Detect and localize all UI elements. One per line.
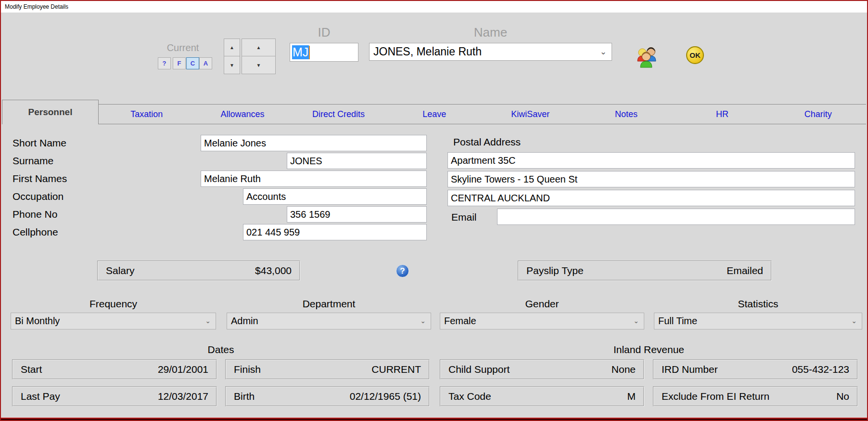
birth-label: Birth	[234, 391, 255, 402]
tab-allowances[interactable]: Allowances	[194, 105, 290, 124]
people-group-icon	[636, 45, 657, 68]
ok-label: OK	[689, 51, 701, 59]
exclude-ei-return-box[interactable]: Exclude From EI Return No	[653, 386, 858, 407]
birth-date-box[interactable]: Birth 02/12/1965 (51)	[225, 386, 430, 407]
department-dropdown[interactable]: Admin ⌄	[227, 313, 431, 329]
last-pay-date-box[interactable]: Last Pay 12/03/2017	[12, 386, 217, 407]
start-value: 29/01/2001	[158, 364, 208, 375]
current-label: Current	[154, 42, 212, 53]
finish-date-box[interactable]: Finish CURRENT	[225, 359, 430, 380]
ok-button[interactable]: OK	[686, 46, 704, 64]
up-arrow-icon: ▲	[230, 45, 234, 50]
tab-strip: Taxation Allowances Direct Credits Leave…	[99, 104, 866, 124]
tax-code-box[interactable]: Tax Code M	[440, 386, 644, 407]
gender-label: Gender	[440, 298, 644, 310]
surname-input[interactable]	[287, 153, 427, 169]
window-bottom-border	[1, 418, 867, 420]
chevron-down-icon: ⌄	[851, 313, 857, 329]
tab-hr[interactable]: HR	[674, 105, 770, 124]
frequency-dropdown[interactable]: Bi Monthly ⌄	[11, 313, 216, 329]
last-pay-value: 12/03/2017	[158, 391, 208, 402]
first-names-label: First Names	[13, 173, 67, 184]
tab-label: Personnel	[28, 107, 73, 118]
payslip-type-label: Payslip Type	[526, 265, 584, 276]
statistics-value: Full Time	[658, 316, 697, 326]
inland-revenue-section-header: Inland Revenue	[440, 344, 858, 355]
gender-value: Female	[444, 316, 476, 326]
short-name-input[interactable]	[201, 135, 427, 151]
tab-leave[interactable]: Leave	[386, 105, 482, 124]
question-mark: ?	[400, 266, 405, 276]
spinner-up-small-button[interactable]: ▲	[224, 39, 240, 56]
occupation-input[interactable]	[243, 188, 427, 205]
frequency-label: Frequency	[11, 298, 216, 310]
filter-all-button[interactable]: A	[199, 57, 212, 69]
help-icon[interactable]: ?	[396, 264, 409, 277]
child-support-box[interactable]: Child Support None	[440, 359, 644, 380]
gender-dropdown[interactable]: Female ⌄	[440, 313, 644, 329]
chevron-down-icon: ⌄	[600, 43, 607, 60]
tab-kiwisaver[interactable]: KiwiSaver	[483, 105, 578, 124]
phone-no-input[interactable]	[287, 206, 427, 223]
tab-direct-credits[interactable]: Direct Credits	[291, 105, 386, 124]
employee-name-dropdown[interactable]: JONES, Melanie Ruth ⌄	[369, 43, 612, 61]
tax-code-value: M	[627, 391, 636, 402]
statistics-label: Statistics	[654, 298, 862, 310]
exclude-ei-value: No	[836, 391, 849, 402]
down-arrow-icon: ▼	[230, 63, 234, 68]
tab-charity[interactable]: Charity	[770, 105, 866, 124]
birth-value: 02/12/1965 (51)	[350, 391, 421, 402]
address-line1-input[interactable]	[447, 152, 855, 169]
modify-employee-window: Modify Employee Details Current ? F C A …	[0, 0, 868, 421]
employee-id-input[interactable]: MJ	[290, 43, 358, 62]
salary-label: Salary	[106, 265, 135, 276]
cellphone-label: Cellphone	[13, 226, 58, 238]
first-names-input[interactable]	[201, 171, 427, 187]
filter-current-button[interactable]: C	[186, 57, 199, 69]
payslip-type-value: Emailed	[727, 265, 763, 276]
spinner-up-large-button[interactable]: ▲	[242, 39, 276, 56]
down-arrow-icon: ▼	[256, 63, 261, 68]
tax-code-label: Tax Code	[448, 391, 491, 402]
tab-notes[interactable]: Notes	[578, 105, 674, 124]
employee-name-value: JONES, Melanie Ruth	[373, 45, 482, 58]
spinner-down-large-button[interactable]: ▼	[242, 56, 276, 74]
phone-no-label: Phone No	[13, 209, 57, 220]
filter-finished-button[interactable]: F	[173, 57, 186, 69]
finish-value: CURRENT	[371, 364, 421, 375]
frequency-value: Bi Monthly	[15, 316, 60, 326]
dates-section-header: Dates	[12, 344, 430, 355]
ird-number-box[interactable]: IRD Number 055-432-123	[653, 359, 858, 380]
short-name-label: Short Name	[13, 137, 66, 149]
salary-value: $43,000	[255, 265, 292, 276]
child-support-label: Child Support	[448, 364, 510, 375]
salary-box[interactable]: Salary $43,000	[97, 261, 300, 281]
email-input[interactable]	[497, 209, 855, 225]
spinner-down-small-button[interactable]: ▼	[224, 56, 240, 74]
child-support-value: None	[612, 364, 636, 375]
selected-text: MJ	[292, 45, 309, 59]
chevron-down-icon: ⌄	[205, 313, 211, 329]
employee-list-button[interactable]	[636, 45, 657, 68]
address-line3-input[interactable]	[447, 190, 855, 206]
start-date-box[interactable]: Start 29/01/2001	[12, 359, 217, 380]
chevron-down-icon: ⌄	[420, 313, 426, 329]
statistics-dropdown[interactable]: Full Time ⌄	[654, 313, 862, 329]
ird-number-value: 055-432-123	[792, 364, 849, 375]
surname-label: Surname	[13, 155, 53, 167]
window-title: Modify Employee Details	[1, 1, 867, 13]
payslip-type-box[interactable]: Payslip Type Emailed	[518, 261, 772, 281]
ird-number-label: IRD Number	[662, 364, 718, 375]
text-caret	[309, 46, 310, 59]
tab-personnel[interactable]: Personnel	[2, 100, 99, 124]
start-label: Start	[21, 364, 42, 375]
email-label: Email	[451, 211, 477, 223]
address-line2-input[interactable]	[447, 171, 855, 187]
last-pay-label: Last Pay	[21, 391, 60, 402]
occupation-label: Occupation	[13, 191, 64, 202]
tab-taxation[interactable]: Taxation	[99, 105, 194, 124]
cellphone-input[interactable]	[243, 224, 427, 240]
id-label: ID	[290, 25, 358, 40]
filter-unknown-button[interactable]: ?	[158, 57, 171, 69]
name-label: Name	[369, 25, 612, 40]
